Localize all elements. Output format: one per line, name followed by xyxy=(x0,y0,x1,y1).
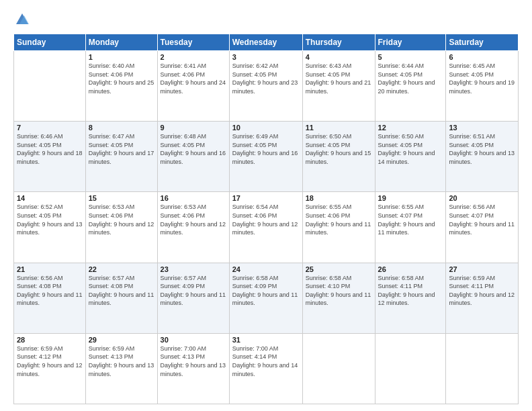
col-header-sunday: Sunday xyxy=(14,34,86,51)
day-number: 3 xyxy=(232,53,300,61)
day-info: Sunrise: 6:59 AMSunset: 4:13 PMDaylight:… xyxy=(89,345,154,378)
day-number: 19 xyxy=(378,194,443,202)
calendar-cell: 22Sunrise: 6:57 AMSunset: 4:08 PMDayligh… xyxy=(85,263,157,333)
calendar-cell: 19Sunrise: 6:55 AMSunset: 4:07 PMDayligh… xyxy=(375,192,446,263)
day-number: 2 xyxy=(161,53,226,61)
day-info: Sunrise: 6:43 AMSunset: 4:05 PMDaylight:… xyxy=(306,62,372,95)
day-info: Sunrise: 6:55 AMSunset: 4:06 PMDaylight:… xyxy=(306,203,372,236)
day-number: 7 xyxy=(17,124,83,132)
col-header-thursday: Thursday xyxy=(302,34,375,51)
day-number: 24 xyxy=(232,265,300,273)
day-info: Sunrise: 6:59 AMSunset: 4:12 PMDaylight:… xyxy=(17,345,83,378)
calendar-week-2: 7Sunrise: 6:46 AMSunset: 4:05 PMDaylight… xyxy=(14,122,519,192)
day-number: 4 xyxy=(306,53,372,61)
calendar-cell: 29Sunrise: 6:59 AMSunset: 4:13 PMDayligh… xyxy=(85,333,157,404)
day-info: Sunrise: 6:51 AMSunset: 4:05 PMDaylight:… xyxy=(449,132,515,166)
calendar-cell: 8Sunrise: 6:47 AMSunset: 4:05 PMDaylight… xyxy=(85,122,157,192)
day-info: Sunrise: 7:00 AMSunset: 4:13 PMDaylight:… xyxy=(161,345,226,378)
day-info: Sunrise: 6:58 AMSunset: 4:11 PMDaylight:… xyxy=(378,274,443,308)
calendar-cell: 3Sunrise: 6:42 AMSunset: 4:05 PMDaylight… xyxy=(229,51,302,122)
day-info: Sunrise: 6:47 AMSunset: 4:05 PMDaylight:… xyxy=(89,132,154,166)
day-number: 9 xyxy=(161,124,226,132)
day-number: 25 xyxy=(306,265,372,273)
calendar-cell xyxy=(14,51,86,122)
calendar-cell: 15Sunrise: 6:53 AMSunset: 4:06 PMDayligh… xyxy=(85,192,157,263)
day-info: Sunrise: 6:56 AMSunset: 4:07 PMDaylight:… xyxy=(449,203,515,236)
calendar-cell: 10Sunrise: 6:49 AMSunset: 4:05 PMDayligh… xyxy=(229,122,302,192)
day-number: 23 xyxy=(161,265,226,273)
calendar-cell xyxy=(446,333,519,404)
day-info: Sunrise: 7:00 AMSunset: 4:14 PMDaylight:… xyxy=(232,345,300,378)
calendar-cell: 2Sunrise: 6:41 AMSunset: 4:06 PMDaylight… xyxy=(157,51,229,122)
page: SundayMondayTuesdayWednesdayThursdayFrid… xyxy=(0,0,532,411)
day-number: 31 xyxy=(232,336,300,344)
calendar-cell: 26Sunrise: 6:58 AMSunset: 4:11 PMDayligh… xyxy=(375,263,446,333)
day-number: 28 xyxy=(17,336,83,344)
day-info: Sunrise: 6:49 AMSunset: 4:05 PMDaylight:… xyxy=(232,132,300,166)
calendar-cell: 24Sunrise: 6:58 AMSunset: 4:09 PMDayligh… xyxy=(229,263,302,333)
day-info: Sunrise: 6:53 AMSunset: 4:06 PMDaylight:… xyxy=(89,203,154,236)
day-number: 26 xyxy=(378,265,443,273)
day-info: Sunrise: 6:48 AMSunset: 4:05 PMDaylight:… xyxy=(161,132,226,166)
day-info: Sunrise: 6:50 AMSunset: 4:05 PMDaylight:… xyxy=(378,132,443,166)
day-number: 22 xyxy=(89,265,154,273)
day-number: 12 xyxy=(378,124,443,132)
calendar-body: 1Sunrise: 6:40 AMSunset: 4:06 PMDaylight… xyxy=(14,51,519,404)
calendar-week-3: 14Sunrise: 6:52 AMSunset: 4:05 PMDayligh… xyxy=(14,192,519,263)
day-info: Sunrise: 6:50 AMSunset: 4:05 PMDaylight:… xyxy=(306,132,372,166)
day-number: 13 xyxy=(449,124,515,132)
calendar-table: SundayMondayTuesdayWednesdayThursdayFrid… xyxy=(13,34,519,404)
calendar-cell: 1Sunrise: 6:40 AMSunset: 4:06 PMDaylight… xyxy=(85,51,157,122)
day-info: Sunrise: 6:42 AMSunset: 4:05 PMDaylight:… xyxy=(232,62,300,95)
day-info: Sunrise: 6:56 AMSunset: 4:08 PMDaylight:… xyxy=(17,274,83,308)
day-number: 21 xyxy=(17,265,83,273)
day-info: Sunrise: 6:58 AMSunset: 4:10 PMDaylight:… xyxy=(306,274,372,308)
day-number: 1 xyxy=(89,53,154,61)
calendar-cell: 31Sunrise: 7:00 AMSunset: 4:14 PMDayligh… xyxy=(229,333,302,404)
calendar-cell: 5Sunrise: 6:44 AMSunset: 4:05 PMDaylight… xyxy=(375,51,446,122)
day-info: Sunrise: 6:57 AMSunset: 4:08 PMDaylight:… xyxy=(89,274,154,308)
day-number: 15 xyxy=(89,194,154,202)
calendar-cell: 11Sunrise: 6:50 AMSunset: 4:05 PMDayligh… xyxy=(302,122,375,192)
day-info: Sunrise: 6:45 AMSunset: 4:05 PMDaylight:… xyxy=(449,62,515,95)
day-info: Sunrise: 6:54 AMSunset: 4:06 PMDaylight:… xyxy=(232,203,300,236)
calendar-cell: 16Sunrise: 6:53 AMSunset: 4:06 PMDayligh… xyxy=(157,192,229,263)
calendar-cell: 9Sunrise: 6:48 AMSunset: 4:05 PMDaylight… xyxy=(157,122,229,192)
day-number: 27 xyxy=(449,265,515,273)
calendar-cell: 18Sunrise: 6:55 AMSunset: 4:06 PMDayligh… xyxy=(302,192,375,263)
day-number: 30 xyxy=(161,336,226,344)
day-number: 5 xyxy=(378,53,443,61)
day-info: Sunrise: 6:40 AMSunset: 4:06 PMDaylight:… xyxy=(89,62,154,95)
day-number: 17 xyxy=(232,194,300,202)
calendar-cell: 30Sunrise: 7:00 AMSunset: 4:13 PMDayligh… xyxy=(157,333,229,404)
day-info: Sunrise: 6:46 AMSunset: 4:05 PMDaylight:… xyxy=(17,132,83,166)
header xyxy=(13,12,519,27)
logo-icon xyxy=(15,12,30,27)
calendar-cell: 20Sunrise: 6:56 AMSunset: 4:07 PMDayligh… xyxy=(446,192,519,263)
day-info: Sunrise: 6:59 AMSunset: 4:11 PMDaylight:… xyxy=(449,274,515,308)
calendar-header-row: SundayMondayTuesdayWednesdayThursdayFrid… xyxy=(14,34,519,51)
day-number: 6 xyxy=(449,53,515,61)
day-number: 11 xyxy=(306,124,372,132)
day-number: 18 xyxy=(306,194,372,202)
calendar-cell: 21Sunrise: 6:56 AMSunset: 4:08 PMDayligh… xyxy=(14,263,86,333)
calendar-cell xyxy=(302,333,375,404)
calendar-cell: 14Sunrise: 6:52 AMSunset: 4:05 PMDayligh… xyxy=(14,192,86,263)
logo xyxy=(13,12,30,27)
day-number: 16 xyxy=(161,194,226,202)
col-header-monday: Monday xyxy=(85,34,157,51)
calendar-cell: 12Sunrise: 6:50 AMSunset: 4:05 PMDayligh… xyxy=(375,122,446,192)
day-info: Sunrise: 6:41 AMSunset: 4:06 PMDaylight:… xyxy=(161,62,226,95)
col-header-wednesday: Wednesday xyxy=(229,34,302,51)
calendar-cell: 4Sunrise: 6:43 AMSunset: 4:05 PMDaylight… xyxy=(302,51,375,122)
calendar-cell xyxy=(375,333,446,404)
calendar-cell: 17Sunrise: 6:54 AMSunset: 4:06 PMDayligh… xyxy=(229,192,302,263)
col-header-tuesday: Tuesday xyxy=(157,34,229,51)
col-header-saturday: Saturday xyxy=(446,34,519,51)
calendar-week-5: 28Sunrise: 6:59 AMSunset: 4:12 PMDayligh… xyxy=(14,333,519,404)
day-info: Sunrise: 6:52 AMSunset: 4:05 PMDaylight:… xyxy=(17,203,83,236)
calendar-cell: 27Sunrise: 6:59 AMSunset: 4:11 PMDayligh… xyxy=(446,263,519,333)
day-number: 10 xyxy=(232,124,300,132)
calendar-cell: 6Sunrise: 6:45 AMSunset: 4:05 PMDaylight… xyxy=(446,51,519,122)
calendar-cell: 28Sunrise: 6:59 AMSunset: 4:12 PMDayligh… xyxy=(14,333,86,404)
